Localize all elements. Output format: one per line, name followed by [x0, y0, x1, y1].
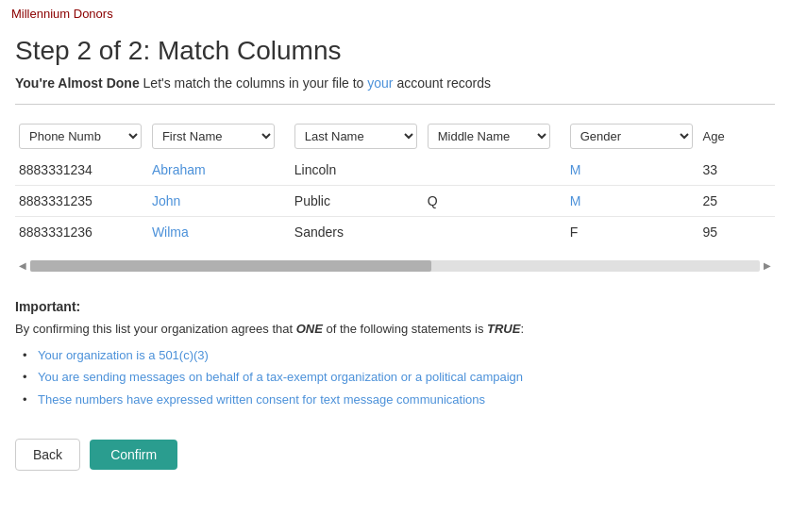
bullet-item: Your organization is a 501(c)(3)	[23, 346, 775, 365]
header-middle-name: Middle Name Phone Numb First Name Last N…	[424, 118, 566, 155]
cell-last-1: Lincoln	[291, 155, 424, 186]
desc-middle: of the following statements is	[323, 322, 487, 336]
button-bar: Back Confirm	[0, 427, 790, 486]
cell-age-3: 95	[699, 217, 776, 248]
bullet-item: These numbers have expressed written con…	[23, 391, 775, 409]
cell-middle-2: Q	[424, 186, 566, 217]
cell-age-2: 25	[699, 186, 776, 217]
desc-before: By confirming this list your organizatio…	[15, 322, 296, 336]
header-last-name: Last Name Phone Numb First Name Middle N…	[291, 118, 424, 155]
breadcrumb: Millennium Donors	[0, 0, 790, 26]
important-description: By confirming this list your organizatio…	[15, 320, 775, 339]
bullet-item: You are sending messages on behalf of a …	[23, 368, 775, 387]
column-match-table-container: Phone Numb First Name Last Name Middle N…	[15, 118, 775, 247]
scroll-right-arrow[interactable]: ▶	[760, 258, 775, 273]
table-row: 8883331234 Abraham Lincoln M 33	[15, 155, 775, 186]
cell-phone-2: 8883331235	[15, 186, 148, 217]
cell-first-3: Wilma	[148, 217, 291, 248]
cell-middle-1	[424, 155, 566, 186]
header-age: Age	[699, 118, 776, 155]
main-content: Step 2 of 2: Match Columns You're Almost…	[0, 26, 790, 276]
scrollbar-track[interactable]	[30, 260, 760, 272]
cell-gender-2: M	[566, 186, 699, 217]
gender-column-select[interactable]: Gender Phone Numb First Name Last Name M…	[570, 124, 693, 149]
cell-phone-1: 8883331234	[15, 155, 148, 186]
last-name-column-select[interactable]: Last Name Phone Numb First Name Middle N…	[294, 124, 417, 149]
scrollbar-thumb[interactable]	[30, 260, 431, 272]
cell-first-2: John	[148, 186, 291, 217]
cell-last-2: Public	[291, 186, 424, 217]
cell-last-3: Sanders	[291, 217, 424, 248]
table-body: 8883331234 Abraham Lincoln M 33 88833312…	[15, 155, 775, 247]
confirm-button[interactable]: Confirm	[90, 440, 177, 470]
important-title: Important:	[15, 299, 775, 314]
page-title: Step 2 of 2: Match Columns	[15, 36, 775, 66]
header-phone: Phone Numb First Name Last Name Middle N…	[15, 118, 148, 155]
first-name-column-select[interactable]: First Name Phone Numb Last Name Middle N…	[152, 124, 275, 149]
section-divider	[15, 104, 775, 105]
table-header-row: Phone Numb First Name Last Name Middle N…	[15, 118, 775, 155]
column-match-table: Phone Numb First Name Last Name Middle N…	[15, 118, 775, 247]
cell-phone-3: 8883331236	[15, 217, 148, 248]
back-button[interactable]: Back	[15, 439, 80, 471]
desc-one: ONE	[296, 322, 323, 336]
desc-true: TRUE	[487, 322, 520, 336]
middle-name-column-select[interactable]: Middle Name Phone Numb First Name Last N…	[428, 124, 550, 149]
cell-gender-3: F	[566, 217, 699, 248]
horizontal-scrollbar: ◀ ▶	[15, 255, 775, 276]
subtitle-rest: account records	[396, 75, 491, 91]
scroll-left-arrow[interactable]: ◀	[15, 258, 30, 273]
subtitle: You're Almost Done Let's match the colum…	[15, 75, 775, 91]
subtitle-bold: You're Almost Done	[15, 75, 140, 91]
cell-first-1: Abraham	[148, 155, 291, 186]
important-section: Important: By confirming this list your …	[0, 290, 790, 427]
cell-age-1: 33	[699, 155, 776, 186]
subtitle-text: Let's match the columns in your file to	[143, 75, 368, 91]
table-row: 8883331236 Wilma Sanders F 95	[15, 217, 775, 248]
desc-after: :	[520, 322, 524, 336]
cell-gender-1: M	[566, 155, 699, 186]
header-first-name: First Name Phone Numb Last Name Middle N…	[148, 118, 291, 155]
subtitle-link[interactable]: your	[367, 75, 393, 91]
phone-column-select[interactable]: Phone Numb First Name Last Name Middle N…	[19, 124, 142, 149]
breadcrumb-link[interactable]: Millennium Donors	[11, 7, 113, 21]
important-bullets: Your organization is a 501(c)(3) You are…	[15, 346, 775, 409]
cell-middle-3	[424, 217, 566, 248]
header-gender: Gender Phone Numb First Name Last Name M…	[566, 118, 699, 155]
table-row: 8883331235 John Public Q M 25	[15, 186, 775, 217]
